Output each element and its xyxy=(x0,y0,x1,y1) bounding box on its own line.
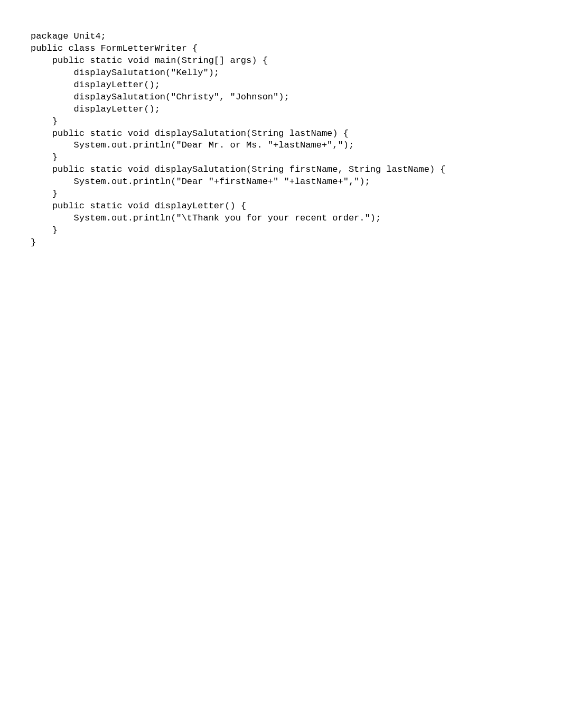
code-line: System.out.println("Dear "+firstName+" "… xyxy=(31,176,561,188)
code-line: displayLetter(); xyxy=(31,104,561,116)
code-block: package Unit4;public class FormLetterWri… xyxy=(31,31,561,249)
code-line: displayLetter(); xyxy=(31,79,561,91)
code-line: public static void displayLetter() { xyxy=(31,200,561,213)
code-line: displaySalutation("Christy", "Johnson"); xyxy=(31,91,561,104)
code-line: package Unit4; xyxy=(31,31,561,43)
code-line: } xyxy=(31,225,561,237)
code-line: } xyxy=(31,152,561,164)
code-line: System.out.println("Dear Mr. or Ms. "+la… xyxy=(31,140,561,152)
code-line: displaySalutation("Kelly"); xyxy=(31,67,561,79)
code-line: public static void displaySalutation(Str… xyxy=(31,164,561,176)
code-line: } xyxy=(31,237,561,249)
code-line: } xyxy=(31,188,561,200)
code-line: public static void displaySalutation(Str… xyxy=(31,128,561,140)
code-line: public static void main(String[] args) { xyxy=(31,55,561,67)
code-line: } xyxy=(31,116,561,128)
code-line: public class FormLetterWriter { xyxy=(31,43,561,55)
code-line: System.out.println("\tThank you for your… xyxy=(31,213,561,225)
